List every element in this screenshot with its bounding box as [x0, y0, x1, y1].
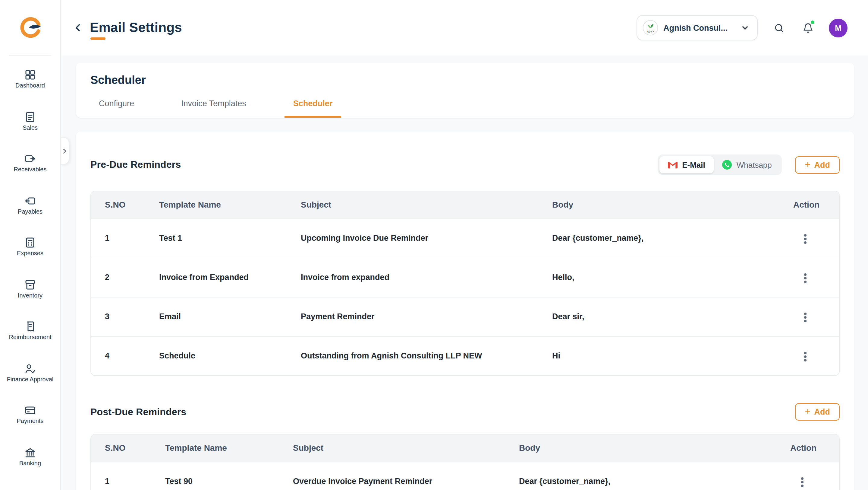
reimbursement-icon	[24, 320, 36, 333]
gmail-icon	[668, 161, 677, 169]
cell-body: Dear {customer_name},	[519, 462, 790, 490]
main-content: Scheduler Configure Invoice Templates Sc…	[61, 56, 868, 490]
sidebar-item-finance-approval[interactable]: Finance Approval	[0, 363, 60, 383]
whatsapp-channel-label: Whatsapp	[737, 160, 772, 169]
company-name: Agnish Consul...	[663, 23, 727, 32]
table-row: 1 Test 1 Upcoming Invoice Due Reminder D…	[91, 219, 839, 258]
company-selector[interactable]: agrya Agnish Consul...	[636, 15, 758, 40]
post-due-add-button[interactable]: + Add	[795, 403, 840, 421]
chevron-left-icon	[72, 22, 84, 34]
add-button-label: Add	[814, 407, 830, 416]
inventory-icon	[24, 279, 36, 291]
cell-sno: 4	[91, 336, 159, 375]
col-header-template-name: Template Name	[159, 191, 301, 219]
sidebar-item-expenses[interactable]: Expenses	[0, 236, 60, 257]
post-due-table: S.NO Template Name Subject Body Action 1…	[90, 434, 840, 490]
expenses-icon	[24, 236, 36, 249]
row-actions-button[interactable]	[798, 231, 812, 247]
search-icon	[773, 22, 784, 33]
cell-template-name: Schedule	[159, 336, 301, 375]
cell-subject: Payment Reminder	[301, 297, 552, 336]
sidebar-item-reimbursement[interactable]: Reimbursement	[0, 320, 60, 341]
sidebar-item-label: Inventory	[18, 292, 42, 299]
finance-approval-icon	[24, 363, 36, 374]
col-header-subject: Subject	[301, 191, 552, 219]
cell-body: Hello,	[552, 258, 793, 297]
add-button-label: Add	[814, 160, 830, 169]
section-title: Scheduler	[90, 74, 840, 87]
plus-icon: +	[805, 160, 811, 169]
avatar[interactable]: M	[829, 19, 847, 37]
table-header-row: S.NO Template Name Subject Body Action	[91, 434, 839, 462]
post-due-header: Post-Due Reminders + Add	[90, 403, 840, 421]
sidebar-item-sales[interactable]: Sales	[0, 111, 60, 132]
pre-due-table: S.NO Template Name Subject Body Action 1…	[90, 191, 840, 376]
sidebar-item-label: Payables	[18, 208, 42, 215]
col-header-template-name: Template Name	[165, 434, 293, 462]
tab-scheduler[interactable]: Scheduler	[285, 99, 341, 118]
tabs-bar: Configure Invoice Templates Scheduler	[90, 99, 840, 118]
col-header-body: Body	[519, 434, 790, 462]
topbar: Email Settings agrya Agnish Consul...	[61, 0, 868, 56]
sidebar-item-payments[interactable]: Payments	[0, 404, 60, 425]
sidebar-item-payables[interactable]: Payables	[0, 195, 60, 215]
row-actions-button[interactable]	[798, 309, 812, 325]
tab-configure[interactable]: Configure	[90, 99, 143, 118]
cell-template-name: Test 90	[165, 462, 293, 490]
banking-icon	[24, 446, 36, 458]
whatsapp-channel-button[interactable]: Whatsapp	[714, 156, 780, 173]
row-actions-button[interactable]	[798, 270, 812, 286]
topbar-actions: agrya Agnish Consul... M	[636, 15, 847, 40]
col-header-action: Action	[790, 434, 839, 462]
sidebar-nav: Dashboard Sales Receivables Payables Exp…	[0, 56, 60, 467]
cell-subject: Overdue Invoice Payment Reminder	[293, 462, 519, 490]
dashboard-icon	[24, 69, 36, 81]
table-header-row: S.NO Template Name Subject Body Action	[91, 191, 839, 219]
cell-sno: 1	[91, 219, 159, 258]
col-header-subject: Subject	[293, 434, 519, 462]
reminders-card: Pre-Due Reminders E-Mail	[76, 132, 854, 490]
cell-subject: Outstanding from Agnish Consulting LLP N…	[301, 336, 552, 375]
sidebar-item-banking[interactable]: Banking	[0, 446, 60, 467]
cell-subject: Invoice from expanded	[301, 258, 552, 297]
sidebar-item-receivables[interactable]: Receivables	[0, 153, 60, 173]
sidebar-expand-handle[interactable]	[61, 137, 69, 165]
chevron-right-icon	[62, 148, 67, 153]
sidebar-item-label: Banking	[19, 460, 41, 467]
tab-invoice-templates[interactable]: Invoice Templates	[173, 99, 255, 118]
svg-text:agrya: agrya	[647, 29, 654, 33]
col-header-action: Action	[793, 191, 839, 219]
table-row: 3 Email Payment Reminder Dear sir,	[91, 297, 839, 336]
whatsapp-icon	[722, 160, 732, 170]
payments-icon	[24, 404, 36, 416]
sidebar-item-label: Payments	[17, 417, 44, 425]
chevron-down-icon	[741, 24, 749, 31]
email-channel-button[interactable]: E-Mail	[659, 156, 714, 173]
sidebar-item-label: Dashboard	[16, 82, 45, 90]
row-actions-button[interactable]	[798, 348, 812, 365]
email-channel-label: E-Mail	[682, 160, 705, 169]
scheduler-tabs-card: Scheduler Configure Invoice Templates Sc…	[76, 63, 854, 118]
page-title: Email Settings	[90, 20, 182, 36]
pre-due-add-button[interactable]: + Add	[795, 156, 840, 173]
sidebar-item-dashboard[interactable]: Dashboard	[0, 69, 60, 90]
table-row: 2 Invoice from Expanded Invoice from exp…	[91, 258, 839, 297]
payables-icon	[24, 195, 36, 207]
app-logo[interactable]	[0, 0, 60, 56]
cell-body: Dear sir,	[552, 297, 793, 336]
search-button[interactable]	[771, 20, 786, 36]
cell-sno: 1	[91, 462, 165, 490]
cell-sno: 2	[91, 258, 159, 297]
sidebar-item-label: Expenses	[17, 250, 43, 257]
sidebar: Dashboard Sales Receivables Payables Exp…	[0, 0, 61, 490]
row-actions-button[interactable]	[795, 474, 809, 490]
pre-due-title: Pre-Due Reminders	[90, 159, 181, 170]
cell-template-name: Invoice from Expanded	[159, 258, 301, 297]
cell-body: Hi	[552, 336, 793, 375]
company-logo-icon: agrya	[642, 20, 658, 36]
post-due-title: Post-Due Reminders	[90, 406, 186, 417]
sidebar-item-inventory[interactable]: Inventory	[0, 279, 60, 299]
back-button[interactable]	[72, 22, 84, 34]
table-row: 4 Schedule Outstanding from Agnish Consu…	[91, 336, 839, 375]
notifications-button[interactable]	[800, 20, 815, 36]
